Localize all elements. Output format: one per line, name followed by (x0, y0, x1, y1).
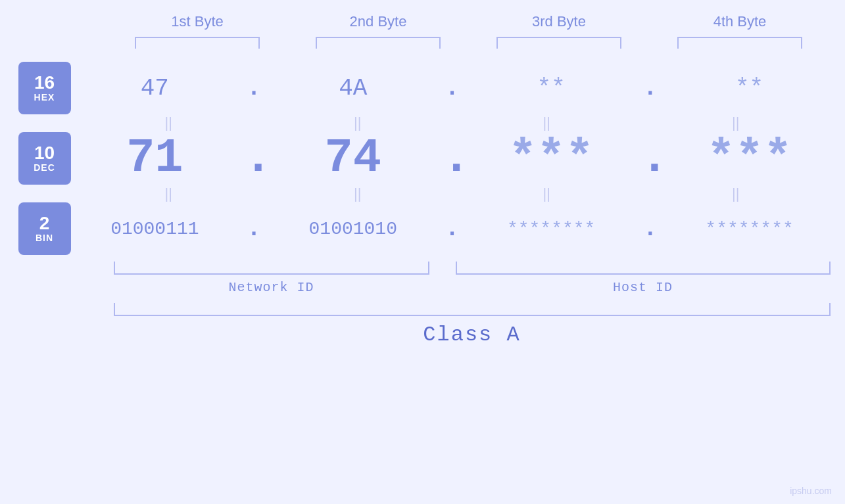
eq1-b4: || (664, 114, 808, 131)
bin-badge-spacer: 2 BIN (15, 202, 74, 255)
hex-b2: 4A (281, 75, 425, 102)
dec-b2: 74 (281, 131, 425, 185)
bin-num: 2 (39, 214, 50, 233)
bin-b2: 01001010 (281, 219, 425, 239)
bin-dot2: . (442, 216, 462, 242)
dec-row: 10 DEC 71 . 74 . *** . *** (15, 131, 831, 185)
dec-b3: *** (479, 131, 623, 185)
main-container: 1st Byte 2nd Byte 3rd Byte 4th Byte 16 H… (0, 0, 845, 504)
bracket-3 (496, 37, 621, 49)
dec-badge: 10 DEC (18, 132, 71, 185)
eq2-b2: || (285, 185, 430, 202)
hex-data: 47 . 4A . ** . ** (74, 75, 831, 102)
dec-b1: 71 (82, 131, 227, 185)
bracket-1 (135, 37, 260, 49)
byte4-header: 4th Byte (667, 13, 812, 30)
bin-dot1: . (244, 216, 264, 242)
byte1-header: 1st Byte (125, 13, 270, 30)
hex-num: 16 (34, 74, 55, 92)
host-id-label: Host ID (456, 280, 831, 295)
bin-b3: ******** (479, 219, 623, 239)
eq-row-1: || || || || (15, 114, 831, 131)
hex-dot2: . (442, 75, 462, 102)
bin-name: BIN (36, 233, 53, 243)
byte2-header: 2nd Byte (306, 13, 450, 30)
byte3-header: 3rd Byte (487, 13, 631, 30)
dec-data: 71 . 74 . *** . *** (74, 131, 831, 185)
dec-dot2: . (442, 131, 462, 185)
hex-dot1: . (244, 75, 264, 102)
eq1-b2: || (285, 114, 430, 131)
bin-b4: ******** (677, 219, 822, 239)
top-brackets (107, 37, 831, 49)
bracket-4 (677, 37, 802, 49)
bin-badge: 2 BIN (18, 202, 71, 255)
eq-data-2: || || || || (74, 185, 831, 202)
host-bracket (456, 262, 831, 275)
eq-row-2: || || || || (15, 185, 831, 202)
hex-badge: 16 HEX (18, 62, 71, 114)
dec-num: 10 (34, 144, 55, 162)
dec-badge-spacer: 10 DEC (15, 132, 74, 185)
eq2-b1: || (96, 185, 241, 202)
bin-data: 01000111 . 01001010 . ******** . *******… (74, 216, 831, 242)
dec-b4: *** (677, 131, 822, 185)
eq2-b3: || (474, 185, 619, 202)
eq-data-1: || || || || (74, 114, 831, 131)
hex-name: HEX (34, 92, 55, 103)
byte-headers: 1st Byte 2nd Byte 3rd Byte 4th Byte (107, 13, 831, 30)
dec-dot1: . (244, 131, 264, 185)
bottom-brackets (15, 262, 831, 275)
hex-badge-spacer: 16 HEX (15, 62, 74, 114)
class-label: Class A (114, 323, 831, 347)
bin-dot3: . (640, 216, 660, 242)
network-bracket (114, 262, 429, 275)
hex-b1: 47 (82, 75, 227, 102)
eq1-b1: || (96, 114, 241, 131)
hex-b3: ** (479, 75, 623, 102)
dec-dot3: . (640, 131, 660, 185)
eq1-b3: || (474, 114, 619, 131)
hex-dot3: . (640, 75, 660, 102)
eq2-b4: || (664, 185, 808, 202)
network-id-label: Network ID (114, 280, 429, 295)
bin-b1: 01000111 (82, 219, 227, 239)
dec-name: DEC (34, 162, 55, 173)
outer-bracket (114, 303, 831, 316)
watermark: ipshu.com (790, 486, 832, 496)
hex-row: 16 HEX 47 . 4A . ** . ** (15, 62, 831, 114)
bin-row: 2 BIN 01000111 . 01001010 . ******** . *… (15, 202, 831, 255)
bracket-2 (316, 37, 441, 49)
bottom-section: Network ID Host ID Class A (15, 262, 831, 347)
hex-b4: ** (677, 75, 822, 102)
id-labels: Network ID Host ID (15, 280, 831, 295)
